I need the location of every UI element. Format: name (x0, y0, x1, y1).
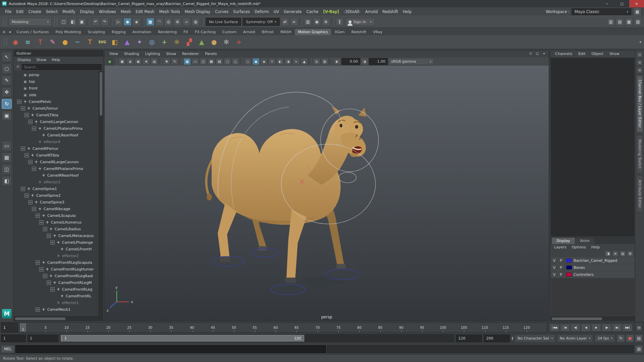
viewport-menu-item[interactable]: Renderer (179, 51, 202, 57)
move-tool[interactable]: ✥ (2, 87, 12, 97)
sign-in-button[interactable]: Sign In (345, 18, 375, 26)
outliner-tree-item[interactable]: − CamelRTibia (14, 152, 99, 159)
menu-item[interactable]: Mesh Tools (157, 8, 182, 15)
outliner-menu-item[interactable]: Help (49, 57, 62, 63)
channel-box-empty-area[interactable] (551, 58, 634, 236)
command-input[interactable] (15, 345, 326, 353)
expand-toggle[interactable] (17, 73, 21, 77)
menu-item[interactable]: Mesh (118, 8, 133, 15)
outliner-tree-item[interactable]: − CamelLTibia (14, 112, 99, 118)
menu-item[interactable]: Edit (14, 8, 26, 15)
layer-editor-menu-item[interactable]: Options (569, 244, 588, 250)
go-to-end-button[interactable]: ▶▶| (623, 324, 632, 331)
layer-visibility-toggle[interactable]: V (551, 265, 558, 270)
outliner-tree-item[interactable]: − CamelFrontRLegHumer (14, 266, 99, 273)
mash-editor-icon[interactable]: ≡ (23, 37, 33, 47)
outliner-search-input[interactable] (22, 64, 102, 70)
outliner-tree-item[interactable]: CamelLFrontH (14, 246, 99, 252)
film-gate-icon[interactable]: ▭ (192, 58, 199, 65)
new-scene-icon[interactable]: □ (60, 18, 68, 26)
viewport-menu-item[interactable]: Panels (202, 51, 219, 57)
textured-mode-icon[interactable]: ◈ (260, 58, 268, 65)
select-camera-icon[interactable]: ▣ (118, 58, 126, 65)
save-scene-icon[interactable]: ▣ (78, 18, 86, 26)
menu-item[interactable]: Redshift (380, 8, 400, 15)
expand-toggle[interactable]: − (21, 146, 25, 151)
expand-toggle[interactable] (50, 301, 55, 305)
viewport-menu-item[interactable]: View (107, 51, 121, 57)
script-editor-icon[interactable]: ▤ (635, 345, 643, 353)
shelf-tab[interactable]: Rendering (155, 29, 180, 35)
fluids-icon[interactable]: ▲ (122, 37, 132, 47)
current-frame-field[interactable]: 1 (1, 322, 18, 333)
shelf-tab[interactable]: VRay (370, 29, 385, 35)
play-forwards-button[interactable]: ▶ (591, 324, 601, 331)
add-attribute-icon[interactable]: + (234, 37, 244, 47)
shelf-tab[interactable]: Bifrost (259, 29, 277, 35)
expand-toggle[interactable] (50, 254, 55, 258)
rotate-tool[interactable]: ↻ (2, 99, 12, 109)
outliner-title[interactable]: Outliner (14, 50, 103, 57)
snap-to-curve-icon[interactable]: ◠ (155, 18, 163, 26)
undo-icon[interactable]: ↶ (92, 18, 100, 26)
outliner-tree-item[interactable]: − CamelSpine1 (14, 185, 99, 192)
layer-playback-toggle[interactable]: P (558, 265, 565, 270)
outliner-tree-item[interactable]: side (14, 92, 99, 98)
shelf-tab[interactable]: FX Caching (192, 29, 219, 35)
panel-pin-icon[interactable]: ⊙ (528, 51, 533, 56)
expand-toggle[interactable]: − (36, 260, 40, 265)
curve-tool-icon[interactable]: ~ (72, 37, 83, 47)
select-object-icon[interactable]: ◉ (123, 18, 131, 26)
anim-layer-selector[interactable]: No Anim Layer (557, 335, 593, 342)
outliner-vertical-scrollbar[interactable] (99, 71, 103, 316)
viewport-menu-item[interactable]: Lighting (143, 51, 163, 57)
snap-to-point-icon[interactable]: ◎ (164, 18, 172, 26)
sidebar-channel-box-toggle-icon[interactable]: ▥ (607, 18, 615, 26)
safe-action-icon[interactable]: ▢ (224, 58, 231, 65)
svg-tool-icon[interactable]: SVG (97, 37, 107, 47)
strip-gear-icon[interactable]: ⊛ (636, 67, 643, 73)
expand-toggle[interactable]: − (17, 100, 21, 104)
live-surface-field[interactable]: No Live Surface (206, 18, 241, 26)
command-feedback[interactable] (327, 345, 634, 353)
animation-preferences-icon[interactable]: ▤ (635, 335, 643, 342)
layer-editor-tab[interactable]: Anim (576, 238, 594, 244)
open-scene-icon[interactable]: ◧ (69, 18, 77, 26)
playback-loop-icon[interactable]: ↻ (617, 335, 625, 342)
minimize-button[interactable]: ─ (600, 0, 614, 7)
symmetry-selector[interactable]: Symmetry: Off (243, 18, 279, 26)
outliner-tree-item[interactable]: top (14, 78, 99, 85)
layer-playback-toggle[interactable]: P (558, 258, 565, 263)
expand-toggle[interactable] (54, 294, 58, 298)
crowd-sim-icon[interactable]: ▞ (184, 37, 194, 47)
shelf-tab[interactable]: Custom (219, 29, 239, 35)
outliner-tree-item[interactable]: − CamelSpine2 (14, 192, 99, 199)
render-settings-icon[interactable]: ⊛ (322, 18, 330, 26)
expand-toggle[interactable]: − (47, 234, 51, 238)
gamma-field[interactable]: 1.00 (369, 58, 388, 65)
shelf-tab[interactable]: Poly Modeling (53, 29, 84, 35)
menu-item[interactable]: Select (44, 8, 60, 15)
layer-sort-icon[interactable]: ≡ (612, 251, 619, 257)
layer-visibility-toggle[interactable]: V (551, 258, 558, 263)
outliner-tree-item[interactable]: − CamelLMetacarpus (14, 232, 99, 239)
fps-selector[interactable]: 24 fps (595, 335, 615, 342)
mash-network-icon[interactable]: ◉ (10, 37, 20, 47)
layout-single-pane[interactable]: ▭ (2, 141, 12, 151)
playback-start-field[interactable] (28, 335, 58, 342)
playback-end-field[interactable] (456, 335, 482, 342)
outliner-tree-item[interactable]: − CamelRFemur (14, 145, 99, 152)
expand-toggle[interactable] (17, 79, 21, 84)
layout-persp-outliner[interactable]: ◧ (2, 176, 12, 186)
menu-item[interactable]: Deform (252, 8, 271, 15)
expand-toggle[interactable] (54, 247, 58, 251)
expand-toggle[interactable] (36, 173, 40, 178)
layer-row[interactable]: V P Bactrian_Camel_Rigged (551, 257, 634, 264)
expand-toggle[interactable]: − (21, 106, 25, 111)
viewport-menu-item[interactable]: Show (163, 51, 179, 57)
range-slider-thumb[interactable]: 1 120 (61, 335, 304, 342)
layer-name[interactable]: Bactrian_Camel_Rigged (574, 258, 617, 263)
outliner-tree-item[interactable]: CamelLRearHoof (14, 132, 99, 138)
pause-viewport-icon[interactable]: ‖ (336, 18, 344, 26)
outliner-tree-item[interactable]: − CamelLScapula (14, 212, 99, 219)
